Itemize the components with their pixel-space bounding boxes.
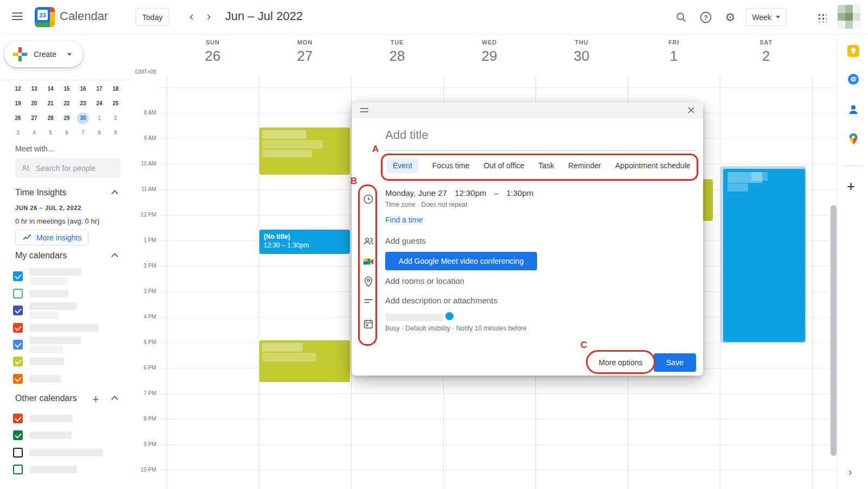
people-search-input[interactable]: Search for people [15, 158, 120, 178]
vertical-scrollbar[interactable] [831, 205, 837, 456]
drag-handle-icon[interactable] [360, 108, 368, 112]
settings-gear-icon[interactable]: ⚙ [723, 10, 738, 25]
mini-day[interactable]: 23 [75, 96, 91, 111]
mini-day[interactable]: 5 [42, 125, 59, 140]
mini-day[interactable]: 20 [26, 96, 42, 111]
tab-out-of-office[interactable]: Out of office [483, 158, 524, 173]
add-rooms-field[interactable]: Add rooms or location [385, 276, 464, 285]
calendar-checkbox[interactable] [13, 289, 23, 299]
date-range-title[interactable]: Jun – Jul 2022 [225, 9, 303, 23]
mini-day[interactable]: 6 [59, 125, 75, 140]
day-header-mon[interactable]: MON 27 [259, 39, 351, 65]
day-header-thu[interactable]: THU 30 [535, 39, 628, 65]
event-start-time[interactable]: 12:30pm [455, 188, 486, 198]
find-a-time-link[interactable]: Find a time [385, 215, 423, 224]
user-avatar[interactable] [838, 5, 860, 29]
mini-day[interactable]: 29 [59, 111, 75, 125]
add-meet-button[interactable]: Add Google Meet video conferencing [385, 252, 537, 270]
calendar-checkbox[interactable] [13, 430, 23, 440]
timezone-repeat-line[interactable]: Time zone · Does not repeat [385, 201, 468, 208]
event-date[interactable]: Monday, June 27 [385, 188, 447, 198]
chevron-right-icon[interactable]: › [848, 466, 852, 478]
main-menu-icon[interactable] [12, 12, 23, 20]
event-mon-evening[interactable] [259, 340, 350, 382]
calendar-checkbox[interactable] [13, 357, 23, 366]
calendar-checkbox[interactable] [13, 374, 23, 384]
mini-day[interactable]: 19 [10, 96, 26, 111]
tab-reminder[interactable]: Reminder [568, 158, 601, 173]
view-selector[interactable]: Week [746, 8, 786, 26]
day-header-fri[interactable]: FRI 1 [628, 39, 720, 65]
dialog-drag-bar[interactable] [352, 102, 703, 118]
mini-day[interactable]: 2 [107, 111, 124, 125]
save-button[interactable]: Save [654, 353, 696, 372]
calendar-checkbox[interactable] [13, 323, 23, 333]
mini-day[interactable]: 12 [10, 81, 26, 96]
close-icon[interactable] [686, 105, 697, 116]
mini-day[interactable]: 7 [75, 125, 91, 140]
add-description-field[interactable]: Add description or attachments [385, 296, 497, 305]
collapse-other-calendars-icon[interactable] [110, 395, 119, 403]
mini-day-today[interactable]: 30 [75, 111, 91, 125]
calendar-checkbox[interactable] [13, 340, 23, 350]
calendar-checkbox[interactable] [13, 448, 23, 458]
mini-day[interactable]: 18 [107, 81, 124, 96]
tab-focus-time[interactable]: Focus time [432, 158, 469, 173]
google-apps-icon[interactable] [817, 12, 827, 22]
day-header-wed[interactable]: WED 29 [443, 39, 535, 65]
next-week-icon[interactable]: › [201, 9, 217, 25]
mini-day[interactable]: 24 [91, 96, 107, 111]
mini-day[interactable]: 21 [42, 96, 59, 111]
calendar-checkbox[interactable] [13, 414, 23, 423]
day-header-tue[interactable]: TUE 28 [351, 39, 443, 65]
mini-day[interactable]: 27 [26, 111, 42, 125]
day-header-sat[interactable]: SAT 2 [720, 39, 812, 65]
mini-day[interactable]: 22 [59, 96, 75, 111]
event-title-input[interactable] [385, 128, 695, 142]
collapse-time-insights-icon[interactable] [110, 189, 119, 198]
tasks-icon[interactable] [847, 73, 860, 86]
contacts-icon[interactable] [847, 103, 860, 116]
mini-day[interactable]: 17 [91, 81, 107, 96]
event-sat-selected[interactable] [720, 166, 806, 343]
calendar-checkbox[interactable] [13, 465, 23, 474]
busy-visibility-line[interactable]: Busy · Default visibility · Notify 10 mi… [385, 325, 527, 332]
tab-event[interactable]: Event [387, 158, 418, 173]
keep-icon[interactable] [847, 45, 860, 58]
event-mon-notitle[interactable]: (No title) 12:30 – 1:30pm [259, 230, 350, 254]
help-icon[interactable]: ? [698, 10, 713, 25]
maps-icon[interactable] [847, 132, 860, 145]
add-guests-field[interactable]: Add guests [385, 236, 426, 245]
mini-day[interactable]: 8 [91, 125, 107, 140]
search-icon[interactable] [674, 10, 689, 25]
mini-day[interactable]: 9 [107, 125, 124, 140]
calendar-name-redacted[interactable] [385, 314, 443, 321]
collapse-my-calendars-icon[interactable] [110, 252, 119, 261]
tab-appointment-schedule[interactable]: Appointment schedule [615, 158, 691, 173]
mini-day[interactable]: 4 [26, 125, 42, 140]
event-end-time[interactable]: 1:30pm [506, 188, 533, 198]
mini-day[interactable]: 14 [42, 81, 59, 96]
event-sat-body[interactable] [723, 169, 805, 342]
mini-day[interactable]: 15 [59, 81, 75, 96]
mini-day[interactable]: 3 [10, 125, 26, 140]
today-button[interactable]: Today [136, 8, 169, 26]
mini-day[interactable]: 28 [42, 111, 59, 125]
prev-week-icon[interactable]: ‹ [183, 9, 200, 25]
get-addons-icon[interactable]: + [847, 178, 855, 195]
mini-day[interactable]: 13 [26, 81, 42, 96]
more-insights-button[interactable]: More insights [15, 230, 88, 245]
mini-day[interactable]: 26 [10, 111, 26, 125]
event-mon-morning[interactable] [259, 128, 350, 175]
mini-day[interactable]: 1 [91, 111, 107, 125]
add-other-calendar-icon[interactable]: + [92, 392, 99, 407]
event-datetime[interactable]: Monday, June 27 12:30pm – 1:30pm [385, 188, 539, 198]
tab-task[interactable]: Task [539, 158, 554, 173]
mini-day[interactable]: 16 [75, 81, 91, 96]
mini-day[interactable]: 25 [107, 96, 124, 111]
calendar-checkbox[interactable] [13, 306, 23, 315]
calendar-checkbox[interactable] [13, 271, 23, 281]
day-header-sun[interactable]: SUN 26 [167, 39, 259, 65]
more-options-button[interactable]: More options [590, 353, 651, 372]
create-button[interactable]: Create [4, 41, 83, 67]
